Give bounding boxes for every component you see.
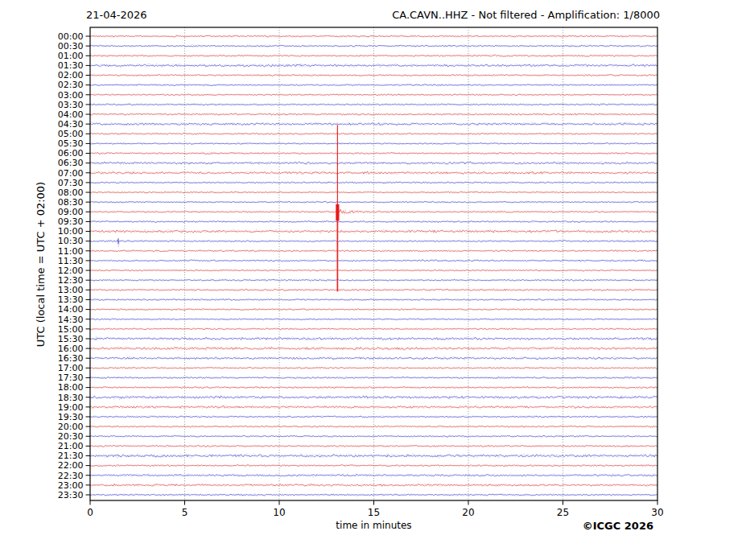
row-label: 22:30: [58, 471, 84, 481]
row-label: 21:00: [58, 441, 84, 451]
row-label: 02:00: [58, 70, 84, 80]
row-label: 13:00: [58, 285, 84, 295]
row-label: 03:00: [58, 90, 84, 101]
row-label: 04:00: [58, 109, 84, 120]
x-tick-label: 0: [87, 507, 93, 518]
x-tick-label: 20: [462, 507, 474, 518]
row-label: 02:30: [58, 80, 84, 90]
row-label: 05:30: [58, 138, 84, 149]
x-tick-label: 5: [182, 507, 188, 518]
trace-23:30: [90, 494, 657, 496]
row-label: 08:00: [58, 187, 84, 198]
row-label: 13:30: [58, 294, 84, 305]
row-label: 04:30: [58, 119, 84, 130]
row-label: 12:00: [58, 266, 84, 276]
row-label: 00:00: [58, 31, 84, 42]
row-label: 03:30: [58, 100, 84, 110]
row-label: 19:30: [58, 412, 84, 422]
x-tick-label: 30: [651, 507, 663, 518]
grid-lines: [185, 27, 563, 500]
seismogram-plot: 05101520253000:0000:3001:0001:3002:0002:…: [0, 0, 746, 560]
row-label: 20:30: [58, 431, 84, 442]
row-label: 16:00: [58, 344, 84, 354]
row-label: 11:00: [58, 246, 84, 257]
row-label: 05:00: [58, 129, 84, 139]
row-label: 01:30: [58, 60, 84, 71]
copyright-text: ©ICGC 2026: [583, 520, 653, 532]
row-label: 00:30: [58, 41, 84, 51]
row-label: 10:30: [58, 236, 84, 246]
row-label: 01:00: [58, 51, 84, 61]
trace-fuzz-09:00: [90, 209, 657, 216]
row-label: 17:00: [58, 363, 84, 373]
row-label: 23:30: [58, 490, 84, 500]
trace-12:30: [90, 279, 657, 281]
row-label: 20:00: [58, 422, 84, 432]
row-label: 10:00: [58, 226, 84, 237]
row-label: 22:00: [58, 460, 84, 471]
row-label: 17:30: [58, 373, 84, 383]
x-tick-label: 10: [273, 507, 285, 518]
x-tick-label: 15: [368, 507, 380, 518]
row-label: 06:00: [58, 148, 84, 159]
row-label: 15:30: [58, 334, 84, 344]
row-label: 12:30: [58, 275, 84, 286]
event-markers: [118, 125, 337, 291]
y-ticks: 00:0000:3001:0001:3002:0002:3003:0003:30…: [58, 31, 90, 500]
row-label: 11:30: [58, 256, 84, 266]
row-label: 19:00: [58, 402, 84, 413]
helicorder-page: 21-04-2026 CA.CAVN..HHZ - Not filtered -…: [0, 0, 746, 560]
row-label: 07:00: [58, 168, 84, 179]
x-tick-label: 25: [557, 507, 569, 518]
row-label: 09:30: [58, 216, 84, 227]
row-label: 14:30: [58, 315, 84, 325]
row-label: 14:00: [58, 304, 84, 315]
row-label: 18:00: [58, 382, 84, 393]
row-label: 18:30: [58, 393, 84, 403]
x-ticks: 051015202530: [87, 500, 663, 518]
row-label: 06:30: [58, 158, 84, 168]
row-label: 21:30: [58, 451, 84, 461]
row-label: 09:00: [58, 207, 84, 217]
x-axis-label: time in minutes: [90, 520, 657, 531]
row-label: 15:00: [58, 324, 84, 335]
row-label: 07:30: [58, 178, 84, 188]
row-label: 23:00: [58, 480, 84, 491]
row-label: 16:30: [58, 353, 84, 364]
row-label: 08:30: [58, 197, 84, 208]
